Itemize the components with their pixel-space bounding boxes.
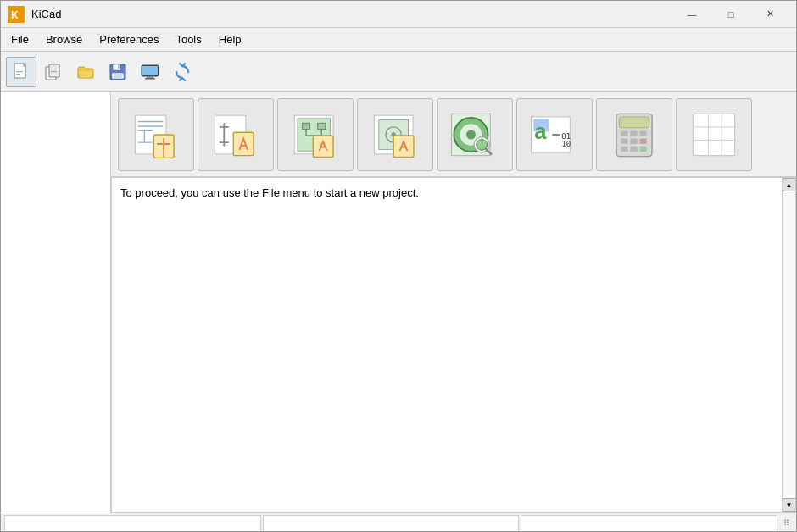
svg-rect-4 <box>16 71 23 72</box>
main-content: a0110 To proceed, you can use the File m… <box>1 92 796 513</box>
svg-rect-12 <box>118 64 120 69</box>
description-text: To proceed, you can use the File menu to… <box>112 178 795 208</box>
tool-icon-pcb-editor[interactable] <box>277 98 354 171</box>
tool-icon-bitmap-converter[interactable]: a0110 <box>516 98 593 171</box>
svg-rect-7 <box>49 64 59 77</box>
tool-icon-gerber-viewer[interactable] <box>437 98 513 171</box>
toolbar-btn-open-folder[interactable] <box>70 57 101 87</box>
svg-rect-18 <box>145 78 155 80</box>
toolbar-btn-save[interactable] <box>103 57 133 87</box>
right-panel: a0110 To proceed, you can use the File m… <box>111 92 796 513</box>
toolbar <box>1 52 796 92</box>
scroll-track[interactable] <box>783 191 795 498</box>
svg-point-51 <box>466 130 476 139</box>
window-title: KiCad <box>31 8 672 20</box>
toolbar-btn-refresh[interactable] <box>167 57 198 87</box>
vertical-scrollbar[interactable]: ▲ ▼ <box>782 178 795 512</box>
window-controls: — □ ✕ <box>672 1 789 28</box>
svg-rect-9 <box>51 71 57 72</box>
svg-rect-67 <box>639 130 646 136</box>
tool-icon-footprint-editor[interactable] <box>357 98 433 171</box>
svg-rect-17 <box>147 76 153 78</box>
menu-item-file[interactable]: File <box>3 28 37 51</box>
toolbar-btn-monitor[interactable] <box>135 57 165 87</box>
menu-bar: FileBrowsePreferencesToolsHelp <box>1 28 796 52</box>
svg-text:a: a <box>534 119 547 142</box>
svg-rect-70 <box>639 138 646 143</box>
scroll-up-arrow[interactable]: ▲ <box>783 178 796 191</box>
svg-rect-69 <box>630 138 637 143</box>
svg-rect-8 <box>51 69 57 69</box>
resize-grip[interactable]: ⠿ <box>779 517 793 530</box>
tool-icon-schematic-editor[interactable] <box>118 98 194 171</box>
app-icon: K <box>8 6 25 23</box>
svg-rect-16 <box>142 66 158 75</box>
scroll-down-arrow[interactable]: ▼ <box>783 498 796 512</box>
svg-rect-31 <box>233 132 254 155</box>
toolbar-btn-new-file[interactable] <box>6 57 36 87</box>
svg-rect-65 <box>621 130 627 136</box>
svg-rect-68 <box>621 138 627 143</box>
tool-icon-symbol-editor[interactable] <box>198 98 274 171</box>
svg-rect-35 <box>302 123 309 129</box>
close-button[interactable]: ✕ <box>750 1 789 28</box>
svg-rect-36 <box>318 123 326 129</box>
menu-item-preferences[interactable]: Preferences <box>91 28 167 51</box>
tool-icon-calculator[interactable] <box>596 98 672 171</box>
menu-item-tools[interactable]: Tools <box>167 28 209 51</box>
svg-rect-14 <box>114 74 122 78</box>
maximize-button[interactable]: □ <box>711 1 750 28</box>
menu-item-help[interactable]: Help <box>210 28 250 51</box>
svg-rect-5 <box>16 74 20 75</box>
minimize-button[interactable]: — <box>672 1 711 28</box>
svg-rect-75 <box>693 114 734 155</box>
svg-rect-71 <box>621 146 627 151</box>
tool-icons-row: a0110 <box>111 92 796 177</box>
status-segment-1 <box>4 515 261 532</box>
status-bar: ⠿ <box>1 513 796 532</box>
svg-rect-66 <box>630 130 637 136</box>
svg-rect-72 <box>630 146 637 151</box>
svg-rect-73 <box>639 146 646 151</box>
description-area: To proceed, you can use the File menu to… <box>111 177 796 513</box>
tool-icon-extra[interactable] <box>676 98 752 171</box>
svg-rect-64 <box>620 116 649 127</box>
svg-text:10: 10 <box>561 139 571 147</box>
title-bar: K KiCad — □ ✕ <box>1 1 796 28</box>
project-tree-panel <box>1 92 111 513</box>
svg-rect-3 <box>16 69 23 69</box>
status-segment-3 <box>521 515 777 532</box>
menu-item-browse[interactable]: Browse <box>37 28 91 51</box>
svg-text:K: K <box>11 9 19 21</box>
toolbar-btn-copy[interactable] <box>38 57 69 87</box>
status-segment-2 <box>263 515 520 532</box>
